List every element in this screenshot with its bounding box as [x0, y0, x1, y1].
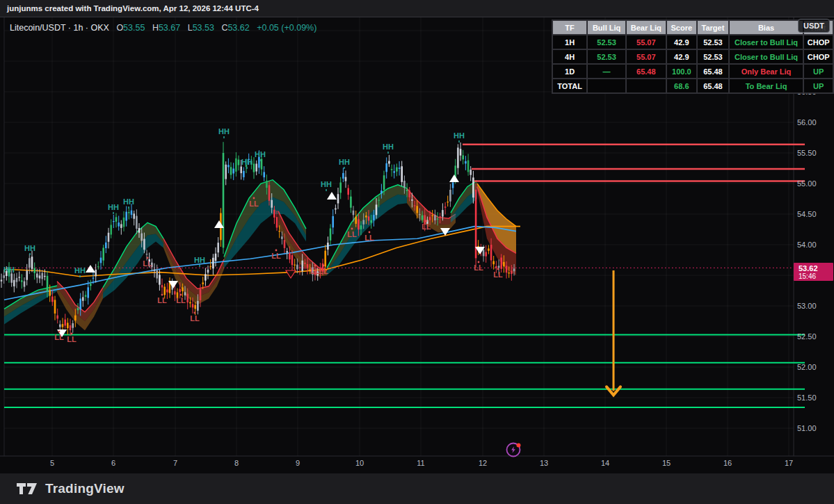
table-cell: UP: [803, 64, 833, 79]
table-cell: 42.9: [666, 49, 697, 64]
svg-text:56.00: 56.00: [797, 118, 817, 127]
table-cell: —: [587, 64, 626, 79]
svg-text:HH: HH: [383, 143, 394, 151]
table-header-cell: Bull Liq: [587, 20, 626, 35]
table-cell: CHOP: [803, 49, 833, 64]
svg-text:HH: HH: [454, 131, 465, 140]
svg-text:LL: LL: [422, 222, 431, 231]
low-label: L: [188, 23, 193, 33]
table-cell: 1D: [552, 64, 587, 79]
svg-text:HH: HH: [321, 180, 332, 188]
table-cell: 52.53: [587, 35, 626, 49]
svg-text:52.50: 52.50: [797, 332, 817, 341]
svg-text:HH: HH: [24, 244, 35, 252]
svg-text:LL: LL: [190, 314, 200, 323]
svg-text:LL: LL: [493, 270, 503, 279]
tradingview-logo-text[interactable]: TradingView: [45, 481, 125, 496]
table-cell: [587, 79, 626, 93]
svg-text:14: 14: [601, 459, 609, 467]
high-label: H: [152, 23, 159, 33]
svg-text:HH: HH: [241, 158, 252, 166]
svg-text:LL: LL: [347, 230, 357, 238]
table-cell: 52.53: [587, 49, 626, 64]
table-cell: 55.07: [626, 49, 666, 64]
table-cell: TOTAL: [552, 79, 587, 93]
svg-text:LL: LL: [249, 200, 259, 208]
table-row: 4H52.5355.0742.952.53Closer to Bull LiqC…: [552, 49, 833, 64]
table-cell: 1H: [552, 35, 587, 49]
table-cell: UP: [803, 79, 833, 93]
last-price-label: 53.62 15:46: [794, 263, 833, 281]
svg-text:HH: HH: [74, 266, 86, 275]
table-header-cell: Bias: [729, 20, 803, 35]
svg-text:HH: HH: [255, 150, 266, 158]
svg-text:51.00: 51.00: [797, 424, 817, 432]
open-label: O: [116, 23, 123, 33]
table-cell: Closer to Bull Liq: [729, 49, 803, 64]
svg-text:LL: LL: [176, 296, 186, 304]
svg-text:HH: HH: [3, 266, 15, 274]
svg-text:51.50: 51.50: [797, 393, 817, 402]
notification-dot: [517, 444, 521, 448]
svg-text:52.00: 52.00: [797, 363, 817, 371]
svg-text:LL: LL: [319, 267, 328, 275]
svg-text:LL: LL: [271, 252, 281, 260]
table-cell: CHOP: [803, 35, 833, 49]
bar-countdown: 15:46: [799, 273, 833, 280]
table-row: TOTAL68.665.48To Bear LiqUP: [552, 79, 833, 93]
footer-bar: TradingView: [0, 473, 834, 504]
svg-text:7: 7: [173, 459, 177, 467]
table-row: 1H52.5355.0742.952.53Closer to Bull LiqC…: [552, 35, 833, 49]
symbol-legend[interactable]: Litecoin/USDT · 1h · OKX O53.55 H53.67 L…: [10, 23, 316, 33]
last-price-value: 53.62: [799, 264, 833, 273]
svg-text:LL: LL: [157, 296, 167, 304]
table-cell: 55.07: [626, 35, 666, 49]
currency-axis-button[interactable]: USDT: [798, 19, 830, 33]
svg-text:LL: LL: [474, 263, 483, 272]
svg-text:LL: LL: [364, 234, 374, 242]
svg-text:9: 9: [296, 459, 300, 467]
change-value: +0.05 (+0.09%): [257, 23, 316, 33]
table-cell: [626, 79, 666, 93]
table-cell: 65.48: [697, 79, 729, 93]
table-cell: 52.53: [697, 35, 729, 49]
table-header-cell: Bear Liq: [626, 20, 666, 35]
table-header-cell: Score: [666, 20, 697, 35]
close-value: 53.62: [227, 23, 249, 33]
svg-text:HH: HH: [194, 256, 205, 264]
table-header-cell: Target: [697, 20, 729, 35]
table-cell: Closer to Bull Liq: [729, 35, 803, 49]
svg-text:53.00: 53.00: [797, 302, 817, 310]
svg-text:10: 10: [355, 459, 364, 467]
svg-text:HH: HH: [123, 197, 134, 206]
table-cell: 65.48: [626, 64, 666, 79]
table-cell: 100.0: [666, 64, 697, 79]
tradingview-logo-icon[interactable]: [15, 480, 39, 497]
symbol-title[interactable]: Litecoin/USDT · 1h · OKX: [10, 23, 109, 33]
table-cell: 68.6: [666, 79, 697, 93]
table-cell: Only Bear Liq: [729, 64, 803, 79]
table-row: 1D—65.48100.065.48Only Bear LiqUP: [552, 64, 833, 79]
svg-text:54.50: 54.50: [797, 210, 817, 218]
svg-text:13: 13: [540, 459, 548, 467]
svg-text:HH: HH: [218, 127, 230, 136]
table-header-row: TFBull LiqBear LiqScoreTargetBiasHint: [552, 20, 833, 35]
flash-icon[interactable]: [504, 441, 522, 459]
open-value: 53.55: [123, 23, 145, 33]
svg-text:HH: HH: [339, 158, 350, 166]
high-value: 53.67: [159, 23, 180, 33]
svg-text:54.00: 54.00: [797, 241, 817, 249]
tradingview-snapshot: junjunms created with TradingView.com, A…: [0, 0, 834, 504]
svg-text:16: 16: [723, 459, 732, 467]
table-cell: To Bear Liq: [729, 79, 803, 93]
svg-text:17: 17: [785, 459, 793, 467]
svg-text:LL: LL: [67, 335, 77, 343]
svg-text:6: 6: [111, 459, 115, 467]
svg-text:8: 8: [234, 459, 239, 467]
svg-text:55.50: 55.50: [797, 149, 817, 157]
svg-text:LL: LL: [54, 333, 64, 341]
table-cell: 52.53: [697, 49, 729, 64]
table-cell: 65.48: [697, 64, 729, 79]
svg-text:11: 11: [417, 459, 424, 467]
table-cell: 4H: [552, 49, 587, 64]
